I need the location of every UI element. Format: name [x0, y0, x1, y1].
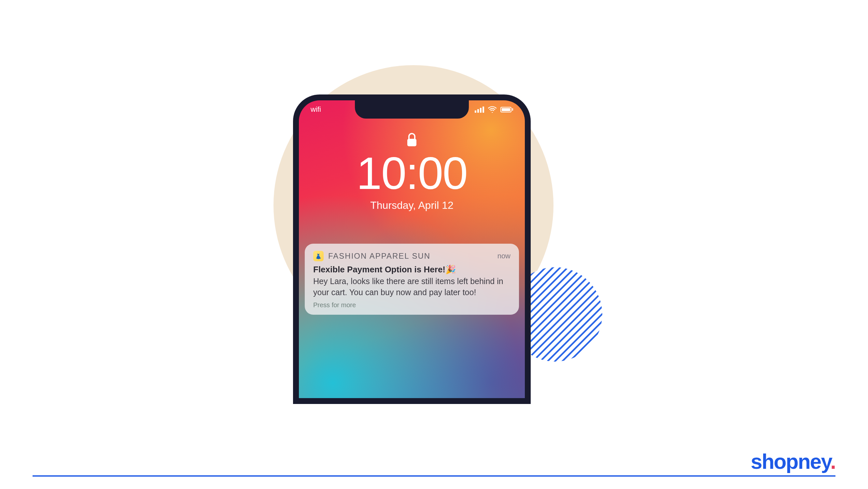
brand-logo: shopney.: [743, 451, 835, 472]
wifi-icon: [488, 106, 497, 113]
notification-timestamp: now: [497, 252, 510, 260]
notification-title: Flexible Payment Option is Here!🎉: [313, 264, 510, 275]
notification-header: 👗 FASHION APPAREL SUN now: [313, 251, 510, 261]
status-bar-network-label: wifi: [311, 105, 321, 114]
status-bar-right: [475, 106, 513, 113]
lockscreen-date: Thursday, April 12: [299, 199, 525, 211]
notification-more-label: Press for more: [313, 301, 510, 309]
battery-icon: [500, 107, 513, 112]
notification-app-info: 👗 FASHION APPAREL SUN: [313, 251, 430, 261]
phone-frame: wifi: [293, 94, 531, 404]
notification-body: Hey Lara, looks like there are still ite…: [313, 276, 510, 298]
brand-dot: .: [830, 450, 835, 473]
brand-name: shopney: [751, 450, 830, 473]
phone-screen: wifi: [299, 100, 525, 398]
lock-icon: [299, 132, 525, 149]
app-icon: 👗: [313, 251, 323, 261]
lockscreen: 10:00 Thursday, April 12: [299, 130, 525, 211]
footer-divider: [33, 475, 835, 477]
cellular-signal-icon: [475, 106, 484, 113]
phone-notch: [355, 100, 469, 119]
lockscreen-time: 10:00: [299, 150, 525, 196]
push-notification[interactable]: 👗 FASHION APPAREL SUN now Flexible Payme…: [305, 244, 519, 315]
svg-rect-4: [407, 139, 416, 146]
canvas: wifi: [0, 0, 868, 489]
notification-app-name: FASHION APPAREL SUN: [328, 252, 430, 261]
